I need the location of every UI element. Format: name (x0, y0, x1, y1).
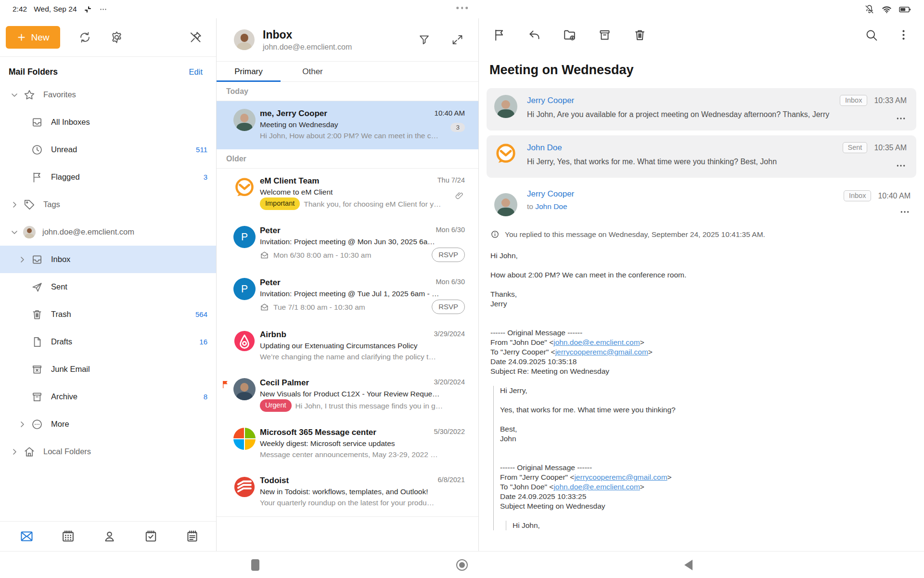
email-date: Mon 6/30 (436, 226, 465, 234)
tab-primary[interactable]: Primary (217, 62, 281, 81)
home-icon (23, 446, 36, 458)
email-preview: Hi John, How about 2:00 PM? We can meet … (260, 130, 438, 141)
sidebar-item-label: All Inboxes (51, 118, 90, 127)
emclient-logo-icon (494, 142, 517, 165)
attachment-icon (455, 191, 464, 200)
sidebar-group-local-folders[interactable]: Local Folders (0, 438, 216, 465)
app-tab-contacts[interactable] (102, 529, 117, 544)
email-subject: Weekly digest: Microsoft service updates (260, 438, 465, 449)
email-date: 3/29/2024 (434, 330, 465, 338)
star-icon (23, 89, 36, 101)
message-menu-button[interactable] (900, 210, 910, 214)
expand-pane-button[interactable] (451, 33, 464, 46)
sidebar-item-trash[interactable]: Trash564 (0, 301, 216, 328)
sidebar-item-unread[interactable]: Unread511 (0, 136, 216, 163)
junk-icon (31, 363, 43, 376)
email-address-link[interactable]: jerrycooperemc@gmail.com (555, 348, 648, 356)
edit-folders-link[interactable]: Edit (189, 67, 203, 77)
tab-other[interactable]: Other (281, 62, 345, 81)
sidebar-item-all-inboxes[interactable]: All Inboxes (0, 108, 216, 136)
search-button[interactable] (864, 28, 878, 42)
status-clock: 2:42 (13, 5, 27, 13)
message-sender[interactable]: Jerry Cooper (527, 96, 574, 105)
recipient-link[interactable]: John Doe (535, 202, 567, 210)
email-list-item[interactable]: PMon 6/30PeterInvitation: Project meetin… (217, 218, 478, 270)
android-nav-bar (0, 552, 924, 578)
settings-button[interactable] (110, 30, 124, 44)
email-list-item[interactable]: PMon 6/30PeterInvitation: Project meetin… (217, 270, 478, 322)
sidebar-group-john-doe-e-emclient-com[interactable]: john.doe@e.emclient.com (0, 218, 216, 246)
collapsed-message[interactable]: Jerry CooperInbox10:33 AMHi John, Are yo… (487, 88, 916, 131)
new-button[interactable]: New (6, 26, 60, 49)
invite-icon (260, 302, 269, 312)
email-list-item[interactable]: Thu 7/24eM Client TeamWelcome to eM Clie… (217, 169, 478, 218)
flag-button[interactable] (492, 28, 506, 42)
reply-button[interactable] (527, 28, 541, 42)
sidebar-item-archive[interactable]: Archive8 (0, 383, 216, 410)
rsvp-button[interactable]: RSVP (432, 300, 465, 314)
rsvp-button[interactable]: RSVP (432, 248, 465, 262)
email-list-item[interactable]: 3/29/2024AirbnbUpdating our Extenuating … (217, 322, 478, 370)
app-tab-notes[interactable] (185, 529, 200, 544)
sidebar-group-tags[interactable]: Tags (0, 191, 216, 218)
sidebar-item-more[interactable]: More (0, 410, 216, 438)
archive-button[interactable] (598, 28, 612, 42)
message-preview: Hi John, Are you available for a project… (527, 110, 907, 119)
app-tab-mail[interactable] (19, 529, 34, 544)
sidebar-item-label: Sent (51, 282, 67, 291)
app-tab-tasks[interactable] (143, 529, 158, 544)
app-tab-calendar[interactable] (61, 529, 76, 544)
sidebar-toolbar: New (0, 18, 216, 57)
email-list-item[interactable]: 5/30/2022Microsoft 365 Message centerWee… (217, 420, 478, 468)
move-to-folder-button[interactable] (563, 28, 577, 42)
email-address-link[interactable]: john.doe@e.emclient.com (553, 338, 640, 346)
account-avatar[interactable] (234, 29, 255, 50)
conversation-subject: Meeting on Wednesday (489, 63, 913, 78)
email-list-item[interactable]: 10:40 AMme, Jerry CooperMeeting on Wedne… (217, 101, 478, 149)
delete-button[interactable] (633, 28, 647, 42)
back-button[interactable] (675, 552, 702, 578)
avatar-initial: P (233, 278, 256, 300)
more-menu-button[interactable] (897, 28, 911, 42)
message-header[interactable]: Jerry Cooperto John DoeInbox10:40 AM (487, 188, 913, 218)
sidebar-item-inbox[interactable]: Inbox (0, 246, 216, 273)
new-button-label: New (31, 32, 49, 43)
recents-button[interactable] (242, 552, 269, 578)
message-menu-button[interactable] (896, 163, 906, 168)
email-list-item[interactable]: 6/8/2021TodoistNew in Todoist: workflows… (217, 468, 478, 517)
flagged-icon (221, 380, 230, 389)
email-list-item[interactable]: 3/20/2024Cecil PalmerNew Visuals for Pro… (217, 370, 478, 420)
message-body: Hi John, How about 2:00 PM? We can meet … (490, 251, 913, 530)
email-address-link[interactable]: john.doe@e.emclient.com (553, 483, 640, 491)
filter-button[interactable] (418, 33, 431, 46)
window-handle-icon[interactable] (456, 7, 468, 9)
email-subject: Invitation: Project meeting @ Tue Jul 1,… (260, 288, 465, 299)
drafts-icon (31, 336, 43, 348)
message-menu-button[interactable] (896, 116, 906, 121)
sidebar-group-favorites[interactable]: Favorites (0, 81, 216, 108)
home-button[interactable] (449, 552, 475, 578)
message-list-pane: Inbox john.doe@e.emclient.com PrimaryOth… (217, 18, 479, 551)
email-sender: eM Client Team (260, 175, 465, 186)
emclient-logo-icon (233, 176, 256, 198)
battery-icon (898, 4, 911, 15)
unpin-sidebar-button[interactable] (189, 30, 203, 44)
sidebar-item-sent[interactable]: Sent (0, 273, 216, 301)
message-sender[interactable]: John Doe (527, 143, 562, 153)
sidebar-item-flagged[interactable]: Flagged3 (0, 163, 216, 191)
microsoft-logo-icon (233, 428, 256, 450)
refresh-button[interactable] (78, 30, 92, 44)
collapsed-message[interactable]: John DoeSent10:35 AMHi Jerry, Yes, that … (487, 135, 916, 178)
item-count: 8 (204, 393, 207, 401)
sidebar-item-drafts[interactable]: Drafts16 (0, 328, 216, 355)
sidebar-item-junk-email[interactable]: Junk Email (0, 355, 216, 383)
sidebar-group-label: Tags (43, 200, 60, 209)
sidebar-item-label: Flagged (51, 172, 80, 182)
chevron-down-icon (9, 89, 20, 101)
email-subject: Updating our Extenuating Circumstances P… (260, 340, 465, 351)
email-address-link[interactable]: jerrycooperemc@gmail.com (574, 473, 667, 481)
email-date: 10:40 AM (435, 109, 465, 117)
app-screen: 2:42 Wed, Sep 24 New Mail (0, 0, 924, 578)
avatar-initial: P (233, 226, 256, 248)
sidebar-group-label: john.doe@e.emclient.com (42, 227, 134, 236)
